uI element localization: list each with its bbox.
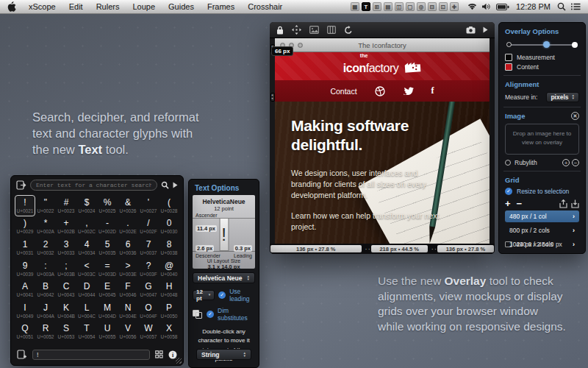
glyph-cell[interactable]: M U+004D xyxy=(97,300,118,322)
measurement-color-swatch[interactable] xyxy=(505,54,512,61)
string-mode-select[interactable]: String ▲▼ xyxy=(196,349,251,360)
menu-item[interactable]: Rulers xyxy=(90,0,126,14)
menu-item[interactable]: Loupe xyxy=(126,0,162,14)
glyph-cell[interactable]: ; U+003B xyxy=(56,258,76,280)
facebook-icon[interactable]: f xyxy=(431,85,434,96)
glyph-cell[interactable]: 7 U+0037 xyxy=(138,237,159,258)
menu-item[interactable]: Guides xyxy=(162,0,201,14)
xscope-tool-icon[interactable]: ▢ xyxy=(406,2,415,11)
glyph-cell[interactable]: F U+0046 xyxy=(118,279,138,300)
spotlight-icon[interactable] xyxy=(557,2,566,11)
zoom-out-icon[interactable]: − xyxy=(572,159,579,166)
grid-preset-row[interactable]: 480 px / 1 col › xyxy=(505,210,579,222)
move-icon[interactable] xyxy=(292,25,301,35)
glyph-cell[interactable]: X U+0058 xyxy=(159,322,179,343)
xscope-tool-icon[interactable]: ◫ xyxy=(395,2,404,11)
glyph-cell[interactable]: E U+0045 xyxy=(97,279,118,300)
refresh-icon[interactable] xyxy=(344,26,353,35)
xscope-tool-icon[interactable]: ▤ xyxy=(384,2,392,11)
glyph-cell[interactable]: N U+004E xyxy=(118,300,138,322)
wifi-icon[interactable] xyxy=(467,3,477,10)
glyph-cell[interactable]: < U+003C xyxy=(76,258,97,280)
glyph-cell[interactable]: * U+002A xyxy=(35,216,56,238)
battery-icon[interactable] xyxy=(496,4,509,10)
image-overlay-icon[interactable] xyxy=(309,26,319,34)
glyph-cell[interactable]: : U+003A xyxy=(35,258,56,280)
clear-image-icon[interactable]: ✕ xyxy=(571,112,579,120)
xscope-tool-icon[interactable]: ✚ xyxy=(450,2,459,11)
menu-bar-clock[interactable]: 12:28 PM xyxy=(514,2,552,11)
image-drop-zone[interactable]: Drop an image here to view on overlay xyxy=(505,124,579,155)
opacity-slider[interactable] xyxy=(506,40,578,49)
glyph-cell[interactable]: R U+0052 xyxy=(35,322,56,343)
glyph-cell[interactable]: B U+0042 xyxy=(35,279,56,300)
ruler-rail-left[interactable]: ▲▼ ▲▼ xyxy=(270,38,275,244)
slider-thumb[interactable] xyxy=(543,41,550,48)
ruler-rail-right[interactable] xyxy=(490,38,495,244)
glyph-cell[interactable]: T U+0054 xyxy=(76,322,97,343)
ruler-stepper-icon[interactable]: ▲▼ xyxy=(270,93,275,102)
glyph-cell[interactable]: O U+004F xyxy=(138,300,159,322)
xscope-tool-icon[interactable]: ⊡ xyxy=(439,2,448,11)
glyph-cell[interactable]: 5 U+0035 xyxy=(97,237,118,258)
volume-icon[interactable] xyxy=(482,3,491,10)
menu-item[interactable]: Edit xyxy=(62,0,90,14)
glyph-cell[interactable]: - U+002D xyxy=(97,216,118,238)
font-size-select[interactable]: 12 pt ▼ xyxy=(193,290,215,300)
glyph-cell[interactable]: S U+0053 xyxy=(56,322,76,343)
import-grid-icon[interactable] xyxy=(571,199,579,208)
glyph-cell[interactable]: 2 U+0032 xyxy=(35,237,56,258)
glyph-cell[interactable]: 4 U+0034 xyxy=(76,237,97,258)
copy-character-icon[interactable] xyxy=(16,180,26,190)
resize-to-selection-checkbox[interactable]: ✓ xyxy=(505,188,512,195)
xscope-tool-icon[interactable]: ◎ xyxy=(417,2,426,11)
xscope-tool-icon[interactable]: ⊞ xyxy=(373,2,381,11)
glyph-cell[interactable]: ) U+0029 xyxy=(15,216,35,238)
glyph-cell[interactable]: ! U+0021 xyxy=(15,195,35,216)
glyph-cell[interactable]: I U+0049 xyxy=(15,300,35,322)
glyph-cell[interactable]: , U+002C xyxy=(76,216,97,238)
slider-max-icon[interactable] xyxy=(572,42,578,48)
glyph-cell[interactable]: V U+0056 xyxy=(118,322,138,343)
glyph-cell[interactable]: & U+0026 xyxy=(118,195,138,216)
apple-menu-icon[interactable] xyxy=(7,1,18,12)
column-measurement-segment[interactable]: 218 px • 44.5 % xyxy=(371,245,428,252)
character-search-input[interactable] xyxy=(30,180,157,191)
xscope-tool-icon[interactable]: ⊟ xyxy=(428,2,437,11)
xscope-tool-icon[interactable]: ▦ xyxy=(351,2,359,11)
dim-substitutes-checkbox[interactable]: ✓ xyxy=(207,311,214,318)
glyph-cell[interactable]: 1 U+0031 xyxy=(15,237,35,258)
glyph-metric-track[interactable]: ! xyxy=(219,218,229,251)
glyph-cell[interactable]: J U+004A xyxy=(35,300,56,322)
glyph-cell[interactable]: L U+004C xyxy=(76,300,97,322)
column-measurement-segment[interactable]: 136 px • 27.8 % xyxy=(437,245,494,252)
glyph-cell[interactable]: 9 U+0039 xyxy=(15,258,35,280)
measure-unit-select[interactable]: pixels ▲▼ xyxy=(546,92,579,102)
xscope-tool-icon[interactable]: T xyxy=(362,2,370,11)
glyph-cell[interactable]: C U+0043 xyxy=(56,279,76,300)
glyph-cell[interactable]: D U+0044 xyxy=(76,279,97,300)
glyph-cell[interactable]: = U+003D xyxy=(97,258,118,280)
glyph-cell[interactable]: % U+0025 xyxy=(97,195,118,216)
browser-title-bar[interactable]: The Iconfactory xyxy=(275,38,490,52)
glyph-cell[interactable]: 3 U+0033 xyxy=(56,237,76,258)
notification-center-icon[interactable] xyxy=(571,3,581,10)
font-family-select[interactable]: Helvetica Neue ▲▼ xyxy=(193,272,255,283)
glyph-cell[interactable]: ( U+0028 xyxy=(159,195,179,216)
glyph-cell[interactable]: ? U+003F xyxy=(138,258,159,280)
slider-min-icon[interactable] xyxy=(506,42,512,47)
content-color-swatch[interactable] xyxy=(505,63,512,71)
grid-view-icon[interactable] xyxy=(155,350,163,358)
iconfactory-logo[interactable]: theiconfactory xyxy=(343,57,421,75)
glyph-cell[interactable]: A U+0041 xyxy=(15,279,35,300)
glyph-cell[interactable]: W U+0057 xyxy=(138,322,159,343)
remove-grid-button[interactable]: − xyxy=(517,200,523,208)
add-grid-button[interactable]: + xyxy=(505,200,511,208)
twitter-icon[interactable] xyxy=(403,87,414,96)
glyph-cell[interactable]: $ U+0024 xyxy=(76,195,97,216)
glyph-cell[interactable]: > U+003E xyxy=(118,258,138,280)
disclosure-play-icon[interactable] xyxy=(173,182,178,188)
glyph-cell[interactable]: P U+0050 xyxy=(159,300,179,322)
menu-item[interactable]: Crosshair xyxy=(241,0,289,14)
zoom-in-icon[interactable]: + xyxy=(562,159,570,166)
